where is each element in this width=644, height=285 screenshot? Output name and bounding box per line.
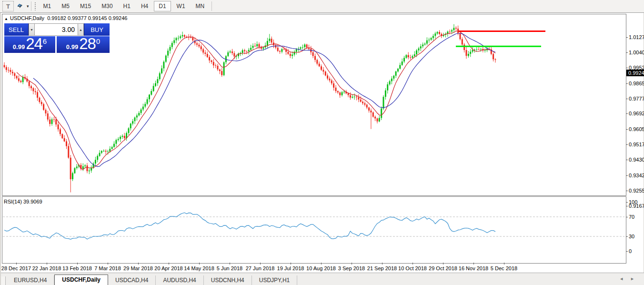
price-axis-label: 0.96050 — [629, 126, 644, 132]
tab-scroll-left-icon[interactable]: ◄ — [619, 276, 630, 281]
timeframe-button-h4[interactable]: H4 — [136, 1, 153, 11]
chart-tab-usdcnh[interactable]: USDCNH,H4 — [204, 275, 252, 285]
time-axis-label: 20 Apr 2018 — [154, 265, 182, 271]
volume-increase-button[interactable]: ▲ — [78, 23, 84, 36]
price-axis-label: 1.00400 — [629, 50, 644, 55]
volume-input[interactable] — [35, 23, 78, 36]
top-toolbar: T ▾ M1M5M15M30H1H4D1W1MN — [0, 0, 644, 13]
time-axis-tick — [504, 263, 504, 265]
chart-tab-usdcad[interactable]: USDCAD,H4 — [108, 275, 156, 285]
chart-tab-usdchf[interactable]: USDCHF,Daily — [54, 275, 108, 285]
timeframe-button-m5[interactable]: M5 — [57, 1, 74, 11]
timeframe-button-w1[interactable]: W1 — [172, 1, 190, 11]
chevron-down-icon[interactable]: ▾ — [27, 4, 29, 9]
time-axis-tick — [230, 263, 230, 265]
rsi-axis-label: 100 — [629, 199, 637, 205]
chart-tabs: EURUSD,H4USDCHF,DailyUSDCAD,H4AUDUSD,H4U… — [7, 275, 297, 285]
time-axis-tick — [16, 263, 17, 265]
tab-scroll-right-icon[interactable]: ► — [630, 276, 641, 281]
timeframe-button-mn[interactable]: MN — [191, 1, 210, 11]
rsi-label: RSI(14) 39.9069 — [4, 199, 42, 204]
chart-tab-eurusd[interactable]: EURUSD,H4 — [7, 275, 54, 285]
time-axis-label: 10 Oct 2018 — [398, 265, 427, 271]
time-axis-label: 19 Jul 2018 — [277, 265, 304, 271]
text-label-tool-icon[interactable]: T — [2, 1, 14, 11]
time-axis-label: 10 Aug 2018 — [306, 265, 336, 271]
buy-price-pips: 28 — [79, 37, 96, 51]
price-axis-tick — [626, 52, 628, 53]
time-axis-label: 5 Jun 2018 — [217, 265, 242, 271]
price-axis-tick — [626, 99, 628, 99]
chart-workspace: ▲USDCHF,Daily 0.99182 0.99377 0.99145 0.… — [0, 13, 644, 285]
volume-decrease-button[interactable]: ▼ — [29, 23, 35, 36]
time-axis-tick — [321, 263, 322, 265]
time-axis-tick — [473, 263, 474, 265]
time-axis-label: 22 Jan 2018 — [32, 265, 61, 271]
chart-tab-usdjpy[interactable]: USDJPY,H1 — [252, 275, 297, 285]
buy-button[interactable]: BUY — [84, 23, 110, 36]
price-axis-tick — [626, 160, 628, 160]
price-axis-label: 0.95175 — [629, 142, 644, 147]
time-axis-label: 3 Sep 2018 — [338, 265, 365, 271]
time-axis-tick — [382, 263, 382, 265]
time-axis-label: 5 Dec 2018 — [491, 265, 517, 271]
rsi-indicator-pane[interactable] — [2, 196, 626, 264]
price-axis-tick — [626, 206, 628, 206]
price-axis-label: 0.93425 — [629, 173, 644, 178]
rsi-axis-label: 30 — [629, 234, 634, 239]
price-axis-label: 0.98650 — [629, 81, 644, 86]
rsi-axis-tick — [626, 202, 628, 203]
tab-scroll-arrows[interactable]: ◄► — [619, 276, 641, 281]
symbol-period-label: USDCHF,Daily — [10, 15, 44, 21]
timeframe-button-group: M1M5M15M30H1H4D1W1MN — [38, 1, 210, 11]
toolbar-grip-handle[interactable] — [34, 2, 36, 10]
toolbar-separator — [31, 1, 31, 11]
arrows-objects-icon[interactable] — [15, 1, 25, 11]
sell-price-point: 6 — [43, 37, 47, 45]
chart-tab-audusd[interactable]: AUDUSD,H4 — [156, 275, 203, 285]
buy-price-prefix: 0.99 — [66, 43, 78, 51]
time-axis-label: 14 May 2018 — [184, 265, 214, 271]
timeframe-button-m15[interactable]: M15 — [75, 1, 96, 11]
rsi-axis-label: 0 — [629, 248, 632, 254]
price-axis-tick — [626, 191, 628, 191]
price-axis-tick — [626, 37, 628, 38]
timeframe-button-m1[interactable]: M1 — [39, 1, 56, 11]
price-axis-label: 0.94300 — [629, 157, 644, 163]
tab-bar-left-spacer[interactable] — [1, 276, 6, 285]
time-axis-label: 21 Sep 2018 — [367, 265, 397, 271]
swap-arrows-icon — [17, 3, 24, 10]
sell-price-pips: 24 — [26, 37, 42, 51]
timeframe-button-d1[interactable]: D1 — [154, 1, 171, 11]
sell-price-prefix: 0.99 — [13, 43, 25, 51]
time-axis-label: 28 Dec 2017 — [1, 265, 31, 271]
current-price-badge: 0.99246 — [626, 70, 644, 76]
one-click-trade-panel: SELL ▼ ▲ BUY 0.99 24 6 0.99 28 0 — [4, 23, 110, 53]
time-axis-tick — [413, 263, 413, 265]
price-axis-label: 0.97775 — [629, 96, 644, 102]
price-axis-tick — [626, 83, 628, 84]
sell-price-tile[interactable]: 0.99 24 6 — [4, 36, 55, 53]
time-axis-tick — [352, 263, 352, 265]
rsi-chart[interactable] — [2, 197, 625, 262]
rsi-axis-tick — [626, 217, 628, 217]
rsi-axis-tick — [626, 251, 628, 252]
timeframe-button-h1[interactable]: H1 — [119, 1, 135, 11]
time-axis-tick — [108, 263, 108, 265]
time-axis-tick — [77, 263, 78, 265]
price-axis-label: 0.92550 — [629, 188, 644, 193]
price-axis-tick — [626, 113, 628, 114]
chart-tab-bar: EURUSD,H4USDCHF,DailyUSDCAD,H4AUDUSD,H4U… — [1, 273, 644, 285]
buy-price-tile[interactable]: 0.99 28 0 — [57, 36, 110, 53]
price-axis-tick — [626, 68, 628, 68]
time-axis-label: 29 Mar 2018 — [123, 265, 153, 271]
time-axis-tick — [169, 263, 169, 265]
sell-button[interactable]: SELL — [4, 23, 29, 36]
time-axis-tick — [199, 263, 200, 265]
time-axis-tick — [291, 263, 291, 265]
time-axis-label: 27 Jun 2018 — [246, 265, 275, 271]
price-axis-tick — [626, 175, 628, 176]
timeframe-button-m30[interactable]: M30 — [97, 1, 117, 11]
time-axis-label: 7 Mar 2018 — [94, 265, 121, 271]
collapse-triangle-icon[interactable]: ▲ — [4, 17, 8, 21]
